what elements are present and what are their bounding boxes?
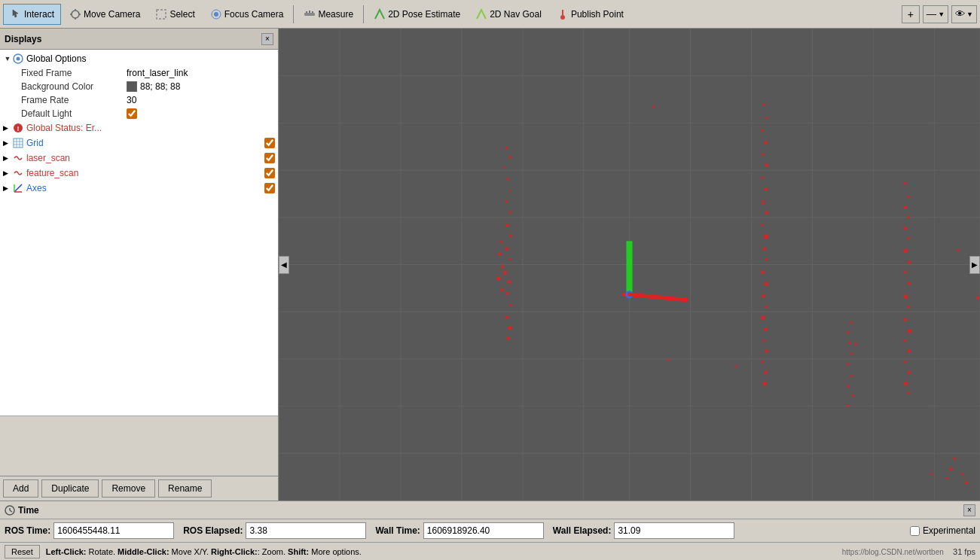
global-status-row[interactable]: ▶ ! Global Status: Er... — [0, 120, 278, 135]
default-light-label: Default Light — [21, 108, 127, 119]
svg-rect-70 — [762, 153, 765, 155]
laser-scan-label: laser_scan — [26, 153, 264, 163]
svg-rect-71 — [765, 164, 768, 167]
svg-rect-73 — [765, 187, 768, 190]
displays-close-button[interactable]: × — [261, 33, 273, 45]
eye-dropdown-button[interactable]: 👁 ▼ — [951, 5, 977, 23]
publish-point-button[interactable]: Publish Point — [550, 4, 630, 25]
select-icon — [155, 8, 167, 20]
select-label: Select — [169, 9, 194, 20]
time-close-button[interactable]: × — [963, 504, 975, 516]
remove-button[interactable]: Remove — [102, 479, 155, 498]
svg-rect-60 — [507, 337, 510, 340]
svg-rect-95 — [904, 227, 907, 230]
separator-2 — [363, 5, 364, 23]
laser-scan-row[interactable]: ▶ laser_scan — [0, 151, 278, 166]
measure-button[interactable]: Measure — [297, 4, 360, 25]
experimental-label: Experimental — [923, 525, 975, 536]
viewport-collapse-right[interactable]: ▶ — [969, 256, 980, 274]
svg-rect-72 — [762, 176, 764, 178]
background-color-value[interactable]: 88; 88; 88 — [140, 81, 180, 92]
hint-shift: Shift: — [288, 547, 309, 556]
svg-rect-117 — [850, 321, 853, 324]
grid-row[interactable]: ▶ Grid — [0, 135, 278, 151]
duplicate-button[interactable]: Duplicate — [41, 479, 99, 498]
add-icon-button[interactable]: + — [902, 5, 920, 23]
svg-rect-75 — [765, 211, 768, 214]
axes-checkbox[interactable] — [264, 183, 275, 193]
svg-rect-51 — [510, 235, 512, 237]
fps-indicator: https://blog.CSDN.net/wortben 31 fps — [842, 547, 975, 556]
svg-rect-87 — [765, 349, 768, 352]
svg-rect-58 — [505, 315, 508, 318]
focus-camera-icon — [210, 8, 222, 20]
clock-icon — [5, 505, 15, 516]
svg-rect-137 — [626, 241, 632, 292]
ros-time-input[interactable] — [53, 522, 174, 539]
background-color-swatch[interactable] — [127, 81, 137, 92]
feature-scan-row[interactable]: ▶ feature_scan — [0, 166, 278, 181]
svg-rect-130 — [945, 477, 948, 479]
hint-right: Right-Click: — [211, 547, 258, 556]
frame-rate-value[interactable]: 30 — [127, 95, 136, 105]
svg-rect-79 — [765, 258, 768, 260]
default-light-checkbox[interactable] — [127, 108, 137, 119]
svg-rect-65 — [500, 288, 503, 291]
fixed-frame-label: Fixed Frame — [21, 68, 127, 78]
interact-button[interactable]: Interact — [3, 4, 61, 25]
nav-goal-button[interactable]: 2D Nav Goal — [469, 4, 548, 25]
view-icon: — — [927, 8, 936, 20]
time-header: Time × — [0, 501, 980, 519]
svg-rect-52 — [505, 248, 508, 251]
global-options-item[interactable]: ▼ Global Options — [0, 51, 278, 66]
svg-rect-68 — [762, 129, 764, 132]
add-button[interactable]: Add — [3, 479, 38, 498]
global-status-expand[interactable]: ▶ — [3, 124, 12, 132]
svg-rect-108 — [908, 371, 911, 374]
grid-expand[interactable]: ▶ — [3, 139, 12, 147]
fixed-frame-value[interactable]: front_laser_link — [127, 68, 188, 78]
svg-rect-49 — [509, 211, 511, 213]
svg-rect-123 — [847, 385, 849, 387]
svg-rect-119 — [849, 342, 851, 344]
focus-camera-button[interactable]: Focus Camera — [203, 4, 291, 25]
laser-scan-checkbox[interactable] — [264, 153, 275, 163]
ros-elapsed-input[interactable] — [246, 522, 366, 539]
status-hint: Left-Click: Rotate. Middle-Click: Move X… — [46, 547, 362, 556]
wall-elapsed-input[interactable] — [614, 522, 734, 539]
global-status-error-icon: ! — [12, 122, 24, 134]
svg-rect-121 — [847, 363, 849, 365]
move-camera-button[interactable]: Move Camera — [63, 4, 147, 25]
svg-rect-115 — [976, 296, 979, 299]
svg-rect-127 — [961, 473, 963, 475]
rename-button[interactable]: Rename — [158, 479, 212, 498]
svg-rect-45 — [504, 166, 505, 168]
axes-expand[interactable]: ▶ — [3, 184, 12, 192]
grid-checkbox[interactable] — [264, 138, 275, 148]
svg-rect-103 — [904, 318, 907, 321]
viewport[interactable]: ◀ ▶ — [279, 29, 980, 501]
svg-line-142 — [10, 510, 12, 512]
pose-estimate-button[interactable]: 2D Pose Estimate — [367, 4, 467, 25]
svg-rect-128 — [965, 481, 968, 484]
tree-panel[interactable]: ▼ Global Options Fixed Frame front_laser… — [0, 50, 278, 415]
laser-scan-icon — [12, 152, 24, 164]
background-color-row: Background Color 88; 88; 88 — [0, 80, 278, 93]
view-dropdown-button[interactable]: — ▼ — [923, 5, 948, 23]
axes-label: Axes — [26, 183, 264, 193]
feature-scan-checkbox[interactable] — [264, 168, 275, 178]
global-options-expand[interactable]: ▼ — [3, 54, 12, 63]
experimental-checkbox-input[interactable] — [910, 526, 920, 536]
wall-time-input[interactable] — [423, 522, 544, 539]
svg-rect-124 — [852, 394, 854, 397]
separator-1 — [293, 5, 294, 23]
frame-rate-label: Frame Rate — [21, 95, 127, 105]
axes-row[interactable]: ▶ Axes — [0, 181, 278, 196]
publish-point-label: Publish Point — [571, 9, 624, 20]
viewport-collapse-left[interactable]: ◀ — [279, 256, 289, 274]
reset-button[interactable]: Reset — [5, 545, 40, 558]
pose-estimate-label: 2D Pose Estimate — [388, 9, 460, 20]
feature-scan-expand[interactable]: ▶ — [3, 169, 12, 177]
select-button[interactable]: Select — [148, 4, 201, 25]
laser-scan-expand[interactable]: ▶ — [3, 154, 12, 162]
